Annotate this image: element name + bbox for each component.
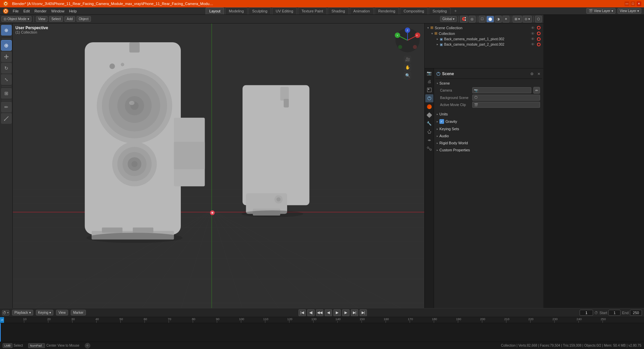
tab-texture-paint[interactable]: Texture Paint: [298, 7, 327, 14]
jump-start-btn[interactable]: |◀: [299, 309, 306, 316]
next-frame-btn[interactable]: ▶: [342, 309, 350, 316]
end-frame-input[interactable]: 250: [630, 310, 642, 316]
3d-viewport[interactable]: User Perspective (1) Collection X Y Z: [13, 23, 424, 308]
current-frame-input[interactable]: 1: [580, 310, 593, 316]
scene-section-toggle[interactable]: ▾ Scene: [435, 80, 542, 86]
scene-coll-render[interactable]: ⭕: [537, 26, 541, 30]
units-toggle[interactable]: ▸ Units: [435, 111, 542, 117]
outliner-item-2[interactable]: ▸ ▣ Back_camera_module_part_2_pivot.002 …: [425, 42, 543, 47]
next-keyframe-btn[interactable]: ▶|: [351, 309, 358, 316]
zoom-camera-btn[interactable]: 🎥: [404, 56, 411, 63]
scene-settings-btn[interactable]: ⚙: [529, 71, 535, 77]
tab-rendering[interactable]: Rendering: [375, 7, 399, 14]
move-tool[interactable]: [1, 51, 12, 62]
solid-btn[interactable]: ⬤: [486, 16, 494, 22]
view-layer-dropdown[interactable]: View Layer ▾: [618, 8, 641, 14]
window-controls[interactable]: — □ ✕: [625, 1, 641, 6]
menu-window[interactable]: Window: [49, 8, 66, 14]
world-props-icon[interactable]: [425, 103, 433, 111]
keying-sets-toggle[interactable]: ▸ Keying Sets: [435, 126, 542, 132]
tab-modeling[interactable]: Modeling: [225, 7, 248, 14]
add-workspace-button[interactable]: +: [451, 7, 460, 15]
rotate-tool[interactable]: ↻: [1, 63, 12, 73]
object-props-icon[interactable]: [425, 111, 433, 119]
wireframe-btn[interactable]: ☐: [479, 16, 486, 22]
outliner-item-1[interactable]: ▸ ▣ Back_camera_module_part_1_pivot.002 …: [425, 36, 543, 42]
global-space-dropdown[interactable]: Global ▾: [440, 16, 457, 22]
coll-vis[interactable]: 👁: [531, 32, 535, 36]
zoom-btn[interactable]: 🔍: [404, 72, 411, 79]
measure-tool[interactable]: [1, 113, 12, 124]
keying-menu[interactable]: Keying ▾: [36, 310, 54, 315]
xray-toggle[interactable]: ⬡: [535, 16, 542, 22]
item1-vis[interactable]: 👁: [531, 37, 535, 41]
editor-type-dropdown[interactable]: ⏱ ▾: [2, 310, 9, 315]
movie-clip-input[interactable]: 🎬: [472, 102, 540, 108]
scene-coll-vis[interactable]: 👁: [531, 26, 535, 30]
annotate-tool[interactable]: ✏: [1, 102, 12, 112]
menu-file[interactable]: File: [11, 8, 21, 14]
gravity-toggle[interactable]: ▸ ✓ Gravity: [435, 118, 542, 125]
constraints-props-icon[interactable]: [425, 145, 433, 153]
active-tool-indicator[interactable]: ⊕: [1, 25, 12, 36]
tab-sculpting[interactable]: Sculpting: [249, 7, 271, 14]
proportional-edit-btn[interactable]: ◎: [469, 16, 476, 22]
maximize-button[interactable]: □: [631, 1, 635, 6]
menu-edit[interactable]: Edit: [21, 8, 32, 14]
select-menu[interactable]: Select: [49, 16, 63, 22]
camera-edit-btn[interactable]: ✏: [533, 87, 540, 94]
item2-vis[interactable]: 👁: [531, 42, 535, 46]
playback-menu[interactable]: Playback ▾: [12, 310, 33, 315]
scene-selector[interactable]: 🎬 View Layer ▾: [586, 8, 615, 14]
custom-props-toggle[interactable]: ▸ Custom Properties: [435, 147, 542, 153]
pan-btn[interactable]: ✋: [404, 64, 411, 71]
tab-animation[interactable]: Animation: [350, 7, 374, 14]
jump-end-btn[interactable]: ▶|: [360, 309, 367, 316]
output-props-icon[interactable]: 🖨: [425, 78, 433, 86]
camera-input[interactable]: 📷: [472, 87, 531, 93]
gizmos-btn[interactable]: ⊙ ▾: [523, 16, 532, 22]
render-preview-btn[interactable]: ☀: [502, 16, 509, 22]
prev-keyframe-btn[interactable]: ◀|: [307, 309, 315, 316]
navigation-gizmo[interactable]: X Y Z 🎥 ✋ 🔍: [394, 27, 421, 54]
marker-menu[interactable]: Marker: [71, 310, 86, 315]
start-frame-input[interactable]: 1: [608, 310, 621, 316]
current-frame-marker[interactable]: 1: [0, 317, 4, 323]
menu-render[interactable]: Render: [33, 8, 49, 14]
lookdev-btn[interactable]: ◑: [495, 16, 502, 22]
tab-shading[interactable]: Shading: [328, 7, 348, 14]
overlays-btn[interactable]: ⊞ ▾: [513, 16, 522, 22]
rigid-body-toggle[interactable]: ▸ Rigid Body World: [435, 140, 542, 146]
view-menu-tl[interactable]: View: [56, 310, 68, 315]
modifier-props-icon[interactable]: 🔧: [425, 119, 433, 128]
tab-layout[interactable]: Layout: [206, 7, 224, 14]
add-menu[interactable]: Add: [64, 16, 75, 22]
outliner-collection[interactable]: ▾ ⊞ Collection 👁 ⭕: [425, 31, 543, 36]
object-menu[interactable]: Object: [76, 16, 91, 22]
item2-render[interactable]: ⭕: [537, 43, 541, 46]
close-button[interactable]: ✕: [637, 1, 641, 6]
scale-tool[interactable]: ⤡: [1, 74, 12, 85]
audio-toggle[interactable]: ▸ Audio: [435, 133, 542, 139]
play-reverse-btn[interactable]: ◀◀: [316, 309, 323, 316]
play-btn[interactable]: ▶: [333, 309, 341, 316]
physics-props-icon[interactable]: [425, 136, 433, 144]
snap-btn[interactable]: 🧲: [460, 16, 468, 22]
particles-props-icon[interactable]: [425, 128, 433, 136]
coll-render[interactable]: ⭕: [537, 32, 541, 35]
tab-scripting[interactable]: Scripting: [429, 7, 450, 14]
something-btn[interactable]: ⊙: [85, 343, 90, 348]
prev-frame-btn[interactable]: ◀: [325, 309, 332, 316]
tab-compositing[interactable]: Compositing: [400, 7, 428, 14]
tab-uv-editing[interactable]: UV Editing: [272, 7, 297, 14]
timeline-track-area[interactable]: [0, 323, 644, 342]
outliner-scene-collection[interactable]: ▾ ⊞ Scene Collection 👁 ⭕: [425, 25, 543, 31]
view-layer-props-icon[interactable]: [425, 86, 433, 94]
cursor-tool[interactable]: ⊕: [1, 40, 12, 51]
menu-help[interactable]: Help: [67, 8, 79, 14]
gravity-checkbox[interactable]: ✓: [439, 119, 444, 124]
bg-scene-input[interactable]: [472, 95, 540, 101]
item1-render[interactable]: ⭕: [537, 37, 541, 41]
minimize-button[interactable]: —: [625, 1, 629, 6]
scene-props-icon[interactable]: [425, 94, 433, 102]
